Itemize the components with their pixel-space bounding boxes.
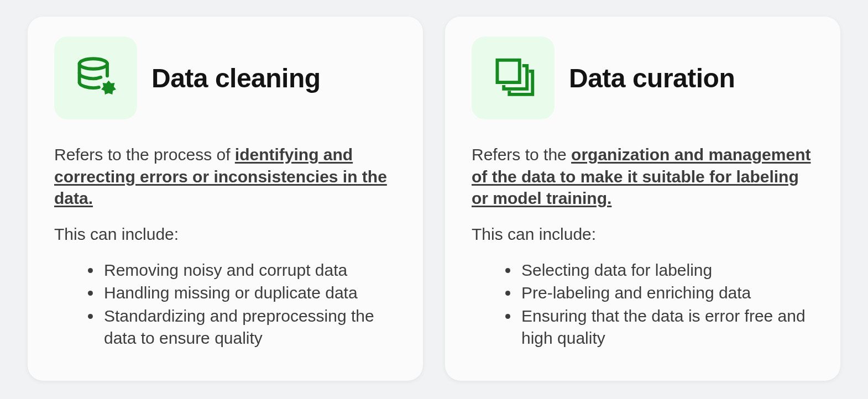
svg-point-0: [80, 59, 107, 69]
card-description: Refers to the process of identifying and…: [54, 144, 396, 209]
card-title: Data cleaning: [151, 63, 321, 93]
card-list: Removing noisy and corrupt data Handling…: [54, 259, 396, 349]
card-header: Data cleaning: [54, 36, 396, 119]
card-data-curation: Data curation Refers to the organization…: [445, 17, 840, 381]
card-description: Refers to the organization and managemen…: [472, 144, 814, 209]
icon-tile: [472, 36, 555, 119]
card-list: Selecting data for labeling Pre-labeling…: [472, 259, 814, 349]
card-header: Data curation: [472, 36, 814, 119]
list-item: Pre-labeling and enriching data: [519, 282, 814, 304]
cards-row: Data cleaning Refers to the process of i…: [28, 17, 840, 381]
desc-prefix: Refers to the: [472, 145, 571, 164]
list-item: Handling missing or duplicate data: [102, 282, 396, 304]
card-lead: This can include:: [472, 225, 814, 244]
list-item: Standardizing and preprocessing the data…: [102, 305, 396, 349]
list-item: Removing noisy and corrupt data: [102, 259, 396, 281]
list-item: Selecting data for labeling: [519, 259, 814, 281]
icon-tile: [54, 36, 137, 119]
list-item: Ensuring that the data is error free and…: [519, 305, 814, 349]
layers-stack-icon: [490, 54, 536, 102]
card-data-cleaning: Data cleaning Refers to the process of i…: [28, 17, 423, 381]
svg-marker-1: [101, 81, 116, 95]
card-title: Data curation: [569, 63, 735, 93]
desc-prefix: Refers to the process of: [54, 145, 235, 164]
card-lead: This can include:: [54, 225, 396, 244]
database-gear-icon: [72, 54, 119, 102]
svg-rect-2: [497, 60, 519, 82]
